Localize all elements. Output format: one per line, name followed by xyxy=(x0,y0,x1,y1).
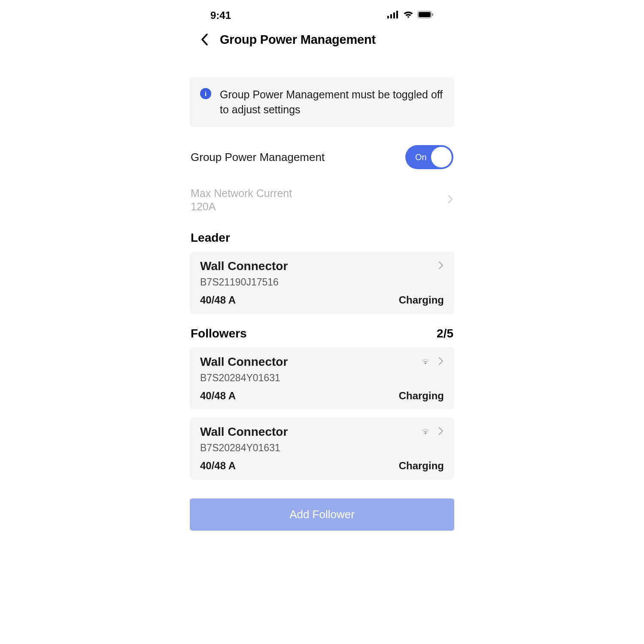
max-network-value: 120A xyxy=(191,200,292,213)
device-name: Wall Connector xyxy=(200,259,288,273)
device-bottom-row: 40/48 A Charging xyxy=(200,294,444,306)
device-amperage: 40/48 A xyxy=(200,460,236,472)
follower-device-card[interactable]: Wall Connector B7S20284Y01631 40/48 A Ch… xyxy=(190,347,454,410)
device-amperage: 40/48 A xyxy=(200,390,236,402)
device-name: Wall Connector xyxy=(200,355,288,369)
device-status: Charging xyxy=(399,460,444,472)
status-time: 9:41 xyxy=(210,9,231,21)
leader-section-title: Leader xyxy=(191,231,230,245)
chevron-right-icon xyxy=(438,356,444,368)
device-amperage: 40/48 A xyxy=(200,294,236,306)
device-name: Wall Connector xyxy=(200,425,288,439)
follower-device-card[interactable]: Wall Connector B7S20284Y01631 40/48 A Ch… xyxy=(190,417,454,480)
battery-icon xyxy=(417,11,434,20)
toggle-label: Group Power Management xyxy=(191,151,325,164)
device-bottom-row: 40/48 A Charging xyxy=(200,460,444,472)
followers-section-header: Followers 2/5 xyxy=(189,322,455,346)
chevron-right-icon xyxy=(438,426,444,437)
svg-rect-5 xyxy=(419,12,431,17)
device-status: Charging xyxy=(399,390,444,402)
device-status: Charging xyxy=(399,294,444,306)
phone-screen: 9:41 Group Power Management i Group Powe… xyxy=(189,4,455,539)
max-network-label: Max Network Current xyxy=(191,187,292,200)
add-follower-label: Add Follower xyxy=(199,508,445,521)
device-icons xyxy=(438,261,444,272)
max-network-current-row[interactable]: Max Network Current 120A xyxy=(189,187,455,226)
chevron-right-icon xyxy=(438,261,444,272)
toggle-knob xyxy=(431,147,452,167)
page-title: Group Power Management xyxy=(220,33,376,47)
device-bottom-row: 40/48 A Charging xyxy=(200,390,444,402)
device-icons xyxy=(420,426,444,437)
svg-rect-0 xyxy=(387,16,389,18)
device-serial: B7S20284Y01631 xyxy=(200,442,444,454)
device-top-row: Wall Connector xyxy=(200,259,444,273)
back-button[interactable] xyxy=(197,32,212,47)
device-serial: B7S20284Y01631 xyxy=(200,372,444,384)
toggle-state-text: On xyxy=(415,152,427,162)
svg-rect-3 xyxy=(396,11,398,18)
info-icon: i xyxy=(200,88,211,99)
wifi-signal-icon xyxy=(420,357,431,367)
followers-section-title: Followers xyxy=(191,327,247,340)
status-bar: 9:41 xyxy=(189,4,455,32)
device-icons xyxy=(420,356,444,368)
svg-rect-2 xyxy=(393,12,395,18)
svg-rect-6 xyxy=(432,13,434,16)
device-serial: B7S21190J17516 xyxy=(200,276,444,288)
leader-device-card[interactable]: Wall Connector B7S21190J17516 40/48 A Ch… xyxy=(190,252,454,314)
cellular-signal-icon xyxy=(387,11,399,20)
add-follower-button[interactable]: Add Follower xyxy=(190,498,454,531)
group-power-toggle[interactable]: On xyxy=(405,145,453,169)
svg-rect-1 xyxy=(390,14,392,18)
leader-section-header: Leader xyxy=(189,226,455,250)
info-text: Group Power Management must be toggled o… xyxy=(220,87,444,117)
device-top-row: Wall Connector xyxy=(200,425,444,439)
wifi-signal-icon xyxy=(420,427,431,437)
followers-count: 2/5 xyxy=(437,327,453,340)
info-banner: i Group Power Management must be toggled… xyxy=(190,77,454,127)
chevron-left-icon xyxy=(200,33,208,46)
group-power-toggle-row: Group Power Management On xyxy=(189,139,455,175)
device-top-row: Wall Connector xyxy=(200,355,444,369)
wifi-icon xyxy=(403,10,414,21)
max-network-labels: Max Network Current 120A xyxy=(191,187,292,213)
chevron-right-icon xyxy=(447,194,453,206)
header: Group Power Management xyxy=(189,32,455,56)
status-icons xyxy=(387,10,434,21)
